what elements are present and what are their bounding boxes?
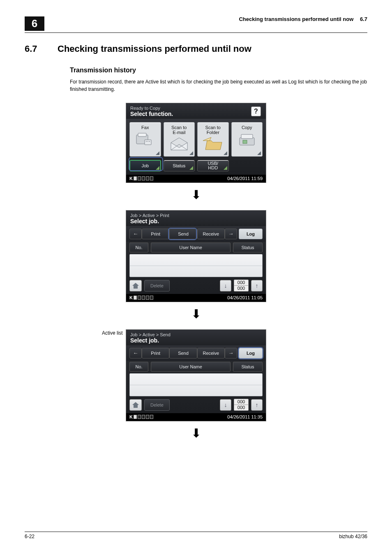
body-paragraph: For transmission record, there are Activ…: [70, 78, 367, 93]
job-list[interactable]: [129, 254, 263, 277]
svg-rect-11: [243, 140, 247, 143]
page-number: 6-22: [25, 534, 35, 539]
tab-print[interactable]: Print: [142, 229, 169, 239]
svg-marker-7: [205, 141, 222, 150]
running-header: Checking transmissions performed until n…: [239, 16, 367, 22]
page-up-button[interactable]: ↑: [251, 280, 263, 291]
scan-to-email-tile[interactable]: Scan to E-mail: [164, 122, 195, 157]
page-counter: 000 000: [234, 280, 249, 291]
active-list-label: Active list: [102, 330, 123, 336]
svg-point-4: [148, 141, 148, 142]
timestamp: 04/26/2011 11:05: [227, 295, 263, 300]
toner-k-label: K: [129, 295, 133, 300]
fax-icon: [130, 130, 161, 150]
page-down-button[interactable]: ↓: [220, 280, 231, 291]
page-counter-top: 000: [234, 400, 248, 404]
delete-button[interactable]: Delete: [144, 399, 170, 411]
home-button[interactable]: [129, 280, 142, 291]
title-big: Select function.: [130, 111, 262, 117]
usb-hdd-button[interactable]: USB/ HDD: [197, 160, 229, 171]
tab-log[interactable]: Log: [239, 348, 263, 358]
svg-point-3: [146, 141, 147, 142]
tab-receive[interactable]: Receive: [197, 348, 225, 358]
running-section: 6.7: [360, 16, 367, 22]
scan-to-email-label-1: Scan to: [164, 125, 195, 130]
page-counter: 000 000: [234, 399, 249, 411]
timestamp: 04/26/2011 11:35: [227, 414, 263, 419]
section-title: Checking transmissions performed until n…: [58, 44, 251, 54]
tab-send[interactable]: Send: [169, 348, 197, 358]
page-counter-top: 000: [234, 280, 248, 285]
tab-print[interactable]: Print: [142, 348, 169, 358]
svg-rect-1: [138, 133, 146, 136]
toner-k-label: K: [129, 176, 133, 181]
tab-receive[interactable]: Receive: [197, 229, 225, 239]
title-big: Select job.: [130, 337, 262, 344]
page-down-button[interactable]: ↓: [220, 399, 231, 411]
page-counter-bottom: 000: [234, 405, 248, 410]
fax-tile[interactable]: Fax: [129, 122, 161, 157]
copy-label: Copy: [232, 125, 263, 130]
section-number: 6.7: [25, 44, 48, 54]
column-no: No.: [129, 362, 148, 372]
svg-marker-12: [132, 283, 139, 289]
flow-arrow-icon: ⬇: [25, 427, 367, 439]
svg-marker-13: [132, 402, 139, 408]
breadcrumb: Job > Active > Send: [130, 332, 262, 337]
tab-next-button[interactable]: →: [225, 348, 237, 358]
scan-to-email-label-2: E-mail: [164, 130, 195, 135]
usb-hdd-label-2: HDD: [208, 166, 218, 170]
tab-prev-button[interactable]: ←: [129, 348, 142, 358]
screen-job-active-send: Job > Active > Send Select job. ← Print …: [126, 329, 266, 421]
titlebar: Ready to Copy Select function.: [126, 103, 266, 119]
chapter-badge: 6: [25, 16, 44, 31]
column-user-name: User Name: [151, 243, 231, 252]
breadcrumb: Job > Active > Print: [130, 213, 262, 218]
title-small: Ready to Copy: [130, 106, 262, 111]
column-no: No.: [129, 243, 148, 252]
job-label: Job: [141, 164, 149, 168]
tab-log[interactable]: Log: [239, 229, 263, 239]
copy-tile[interactable]: Copy: [231, 122, 263, 157]
toner-k-label: K: [129, 414, 133, 419]
screen-job-active-print: Job > Active > Print Select job. ← Print…: [126, 210, 266, 302]
job-list[interactable]: [129, 373, 263, 396]
scan-to-folder-tile[interactable]: Scan to Folder: [197, 122, 229, 157]
job-button[interactable]: Job: [129, 160, 161, 171]
product-name: bizhub 42/36: [339, 534, 367, 539]
tab-next-button[interactable]: →: [225, 229, 237, 239]
status-label: Status: [173, 164, 185, 168]
toner-indicator: K: [129, 295, 153, 300]
home-icon: [132, 402, 139, 408]
scan-to-folder-label-2: Folder: [198, 130, 228, 135]
status-button[interactable]: Status: [164, 160, 195, 171]
timestamp: 04/26/2011 11:59: [227, 176, 263, 181]
screen-select-function: Ready to Copy Select function. ? Fax Sca…: [126, 103, 266, 183]
tab-send[interactable]: Send: [169, 229, 197, 239]
home-icon: [132, 283, 139, 289]
svg-rect-2: [145, 140, 151, 145]
svg-marker-8: [203, 137, 211, 141]
subheading: Transmission history: [70, 67, 367, 74]
tab-prev-button[interactable]: ←: [129, 229, 142, 239]
delete-button[interactable]: Delete: [144, 280, 170, 291]
svg-rect-10: [241, 134, 253, 139]
help-button[interactable]: ?: [251, 106, 261, 116]
scan-to-folder-label-1: Scan to: [198, 125, 228, 130]
svg-marker-6: [171, 143, 187, 150]
fax-label: Fax: [130, 125, 161, 130]
page-counter-bottom: 000: [234, 286, 248, 291]
flow-arrow-icon: ⬇: [25, 189, 367, 201]
column-status: Status: [233, 243, 263, 252]
copier-icon: [232, 130, 263, 150]
toner-indicator: K: [129, 414, 153, 419]
column-status: Status: [233, 362, 263, 372]
titlebar: Job > Active > Print Select job.: [126, 210, 266, 226]
home-button[interactable]: [129, 399, 142, 411]
titlebar: Job > Active > Send Select job.: [126, 330, 266, 345]
toner-indicator: K: [129, 176, 153, 181]
title-big: Select job.: [130, 218, 262, 224]
running-title: Checking transmissions performed until n…: [239, 16, 353, 22]
page-up-button[interactable]: ↑: [251, 399, 263, 411]
column-user-name: User Name: [151, 362, 231, 372]
